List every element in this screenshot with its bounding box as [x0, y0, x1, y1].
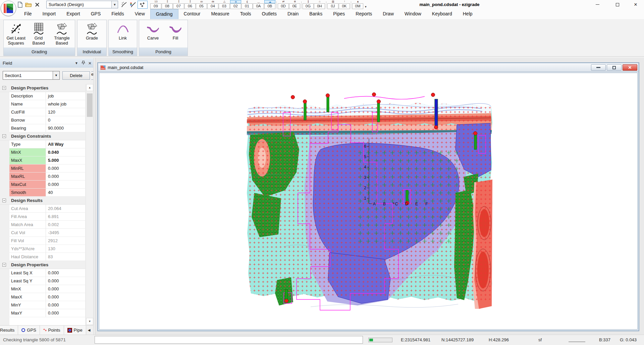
- toolbar-button-02[interactable]: ≋02: [230, 0, 241, 9]
- panel-menu-chevron-icon[interactable]: ▼: [73, 61, 80, 65]
- grid-row-value[interactable]: 0.000: [46, 277, 85, 285]
- grid-section-design-properties[interactable]: Design Properties: [0, 261, 85, 269]
- grid-row-value[interactable]: job: [46, 92, 85, 100]
- scrollbar-thumb[interactable]: [87, 93, 93, 117]
- panel-tab-pipe[interactable]: Pipe: [64, 326, 86, 335]
- app-logo[interactable]: [1, 1, 16, 16]
- grid-row-value[interactable]: 0: [46, 116, 85, 124]
- grid-row-value[interactable]: -3495: [46, 229, 85, 237]
- menu-item-fields[interactable]: Fields: [106, 9, 129, 19]
- tab-scroll-left[interactable]: ◀: [86, 326, 92, 335]
- grid-row-value[interactable]: 90.0000: [46, 124, 85, 132]
- menu-item-keyboard[interactable]: Keyboard: [427, 9, 458, 19]
- grid-row-value[interactable]: 40: [46, 189, 85, 197]
- ribbon-button-carve[interactable]: Carve: [141, 21, 165, 41]
- menu-item-tools[interactable]: Tools: [235, 9, 257, 19]
- grid-row-value[interactable]: 0.000: [46, 285, 85, 293]
- grid-row-value[interactable]: All Way: [46, 140, 85, 148]
- grid-row-value[interactable]: 0.000: [46, 301, 85, 309]
- toolbar-button-0E[interactable]: ⊕0E: [289, 0, 300, 9]
- new-file-button[interactable]: [16, 1, 24, 8]
- ribbon-button-link[interactable]: Link: [109, 21, 136, 41]
- toolbar-button-0H[interactable]: ⌂0H: [314, 0, 325, 9]
- menu-item-view[interactable]: View: [129, 9, 150, 19]
- toolbar-button-07[interactable]: ↥07: [173, 0, 184, 9]
- toolbar-button-0A[interactable]: ‿0A: [253, 0, 264, 9]
- points-tool-button[interactable]: [138, 1, 148, 9]
- close-file-button[interactable]: [33, 1, 41, 8]
- ribbon-button-triangle-based[interactable]: Triangle Based: [49, 21, 75, 46]
- doc-minimize-button[interactable]: [591, 64, 606, 71]
- restore-button[interactable]: [610, 0, 625, 9]
- ribbon-button-get-least-squares[interactable]: Get Least Squares: [4, 21, 28, 46]
- toolbar-button-04[interactable]: de04: [207, 0, 218, 9]
- terrain-map[interactable]: 6 5 4 3 2 1 A B C D E F ×: [244, 92, 493, 314]
- toolbar-button-0G[interactable]: ∥0G: [303, 0, 314, 9]
- toolbar-button-0D[interactable]: ⇄0D: [278, 0, 289, 9]
- chevron-down-icon[interactable]: ▼: [111, 1, 118, 8]
- menu-item-contour[interactable]: Contour: [178, 9, 206, 19]
- grid-row-value[interactable]: 0.040: [46, 148, 85, 156]
- toolbar-button-09[interactable]: 1 309: [150, 0, 161, 9]
- map-canvas[interactable]: 6 5 4 3 2 1 A B C D E F ×: [99, 73, 638, 330]
- grid-row-value[interactable]: whole job: [46, 100, 85, 108]
- menu-item-help[interactable]: Help: [458, 9, 478, 19]
- menu-item-reports[interactable]: Reports: [350, 9, 377, 19]
- grid-row-value[interactable]: 2912: [46, 237, 85, 245]
- grid-row-value[interactable]: 0.000: [46, 172, 85, 181]
- menu-item-file[interactable]: File: [19, 9, 37, 19]
- collapse-icon[interactable]: [2, 263, 6, 267]
- menu-item-window[interactable]: Window: [399, 9, 427, 19]
- grid-row-value[interactable]: 0.000: [46, 164, 85, 172]
- delete-button[interactable]: Delete: [62, 71, 90, 80]
- grid-row-value[interactable]: 0.000: [46, 309, 85, 317]
- toolbar-button-0K[interactable]: ↑0K: [339, 0, 350, 9]
- menu-item-grading[interactable]: Grading: [150, 9, 178, 19]
- toolbar-button-03[interactable]: △03: [219, 0, 230, 9]
- property-grid-scrollbar[interactable]: ▲ ▼: [86, 84, 93, 325]
- menu-item-import[interactable]: Import: [37, 9, 61, 19]
- collapse-icon[interactable]: [2, 199, 6, 202]
- panel-close-icon[interactable]: ✕: [87, 61, 93, 66]
- grid-row-value[interactable]: 20.064: [46, 205, 85, 213]
- toolbar-button-08[interactable]: ↥08: [162, 0, 173, 9]
- ribbon-button-fill[interactable]: Fill: [165, 21, 186, 41]
- grid-row-value[interactable]: 120: [46, 108, 85, 116]
- toolbar-button-0B[interactable]: ☁0B: [264, 0, 275, 9]
- menu-item-export[interactable]: Export: [61, 9, 85, 19]
- grid-row-value[interactable]: 0.000: [46, 269, 85, 277]
- grid-row-value[interactable]: 83: [46, 253, 85, 261]
- panel-tab-gps[interactable]: GPS: [18, 326, 40, 335]
- toolbar-button-0M[interactable]: ▲0M: [352, 0, 363, 9]
- menu-item-draw[interactable]: Draw: [377, 9, 399, 19]
- section-dropdown[interactable]: Section1 ▼: [3, 71, 60, 80]
- menu-item-gps[interactable]: GPS: [86, 9, 106, 19]
- scroll-up-button[interactable]: ▲: [86, 84, 93, 91]
- surface-selector-dropdown[interactable]: Surface3 (Design) ▼: [46, 1, 118, 8]
- chevron-down-icon[interactable]: ▼: [53, 71, 59, 79]
- doc-close-button[interactable]: ✕: [623, 64, 637, 71]
- close-button[interactable]: ✕: [628, 0, 643, 9]
- grid-row-value[interactable]: 0.000: [46, 181, 85, 189]
- vertical-splitter[interactable]: [93, 58, 96, 335]
- ribbon-button-grid-based[interactable]: Grid Based: [28, 21, 49, 46]
- menu-item-outlets[interactable]: Outlets: [257, 9, 282, 19]
- menu-item-pipes[interactable]: Pipes: [328, 9, 350, 19]
- grid-row-value[interactable]: 130: [46, 245, 85, 253]
- menu-item-drain[interactable]: Drain: [282, 9, 304, 19]
- grid-section-design-results[interactable]: Design Results: [0, 197, 85, 205]
- open-file-button[interactable]: [24, 1, 32, 8]
- ribbon-button-grade[interactable]: Grade: [78, 21, 106, 41]
- menu-item-banks[interactable]: Banks: [304, 9, 328, 19]
- toolbar-button-0J[interactable]: ▥0J: [327, 0, 338, 9]
- scroll-down-button[interactable]: ▼: [86, 318, 93, 325]
- toolbar-button-05[interactable]: co05: [196, 0, 207, 9]
- pin-icon[interactable]: [80, 61, 87, 66]
- toolbar-button-01[interactable]: ((01: [241, 0, 253, 9]
- collapse-icon[interactable]: [2, 86, 6, 90]
- minimize-button[interactable]: [590, 0, 605, 9]
- panel-tab-points[interactable]: ⁺₊Points: [40, 326, 64, 335]
- grid-row-value[interactable]: 6.891: [46, 213, 85, 221]
- draw-contour-button[interactable]: [120, 1, 128, 8]
- grid-row-value[interactable]: 5.000: [46, 156, 85, 164]
